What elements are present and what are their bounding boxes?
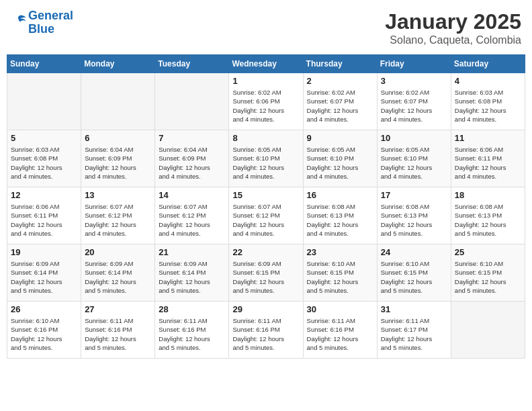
calendar-cell: [155, 73, 229, 130]
calendar-cell: 29Sunrise: 6:11 AM Sunset: 6:16 PM Dayli…: [229, 302, 303, 359]
day-number: 7: [159, 133, 225, 143]
calendar-cell: 2Sunrise: 6:02 AM Sunset: 6:07 PM Daylig…: [303, 73, 377, 130]
calendar-cell: 7Sunrise: 6:04 AM Sunset: 6:09 PM Daylig…: [155, 130, 229, 187]
calendar-cell: [7, 73, 81, 130]
logo-line2: Blue: [28, 23, 73, 36]
day-number: 5: [11, 133, 77, 143]
day-number: 28: [159, 304, 225, 314]
day-info: Sunrise: 6:10 AM Sunset: 6:15 PM Dayligh…: [381, 259, 447, 295]
calendar-week-row: 12Sunrise: 6:06 AM Sunset: 6:11 PM Dayli…: [7, 187, 525, 244]
day-number: 8: [232, 133, 299, 143]
calendar-cell: 18Sunrise: 6:08 AM Sunset: 6:13 PM Dayli…: [451, 187, 525, 244]
calendar-cell: 13Sunrise: 6:07 AM Sunset: 6:12 PM Dayli…: [81, 187, 155, 244]
day-number: 4: [455, 76, 521, 86]
day-info: Sunrise: 6:06 AM Sunset: 6:11 PM Dayligh…: [11, 202, 77, 238]
day-number: 2: [307, 76, 373, 86]
day-number: 18: [455, 190, 521, 200]
weekday-header: Tuesday: [155, 55, 229, 73]
day-number: 14: [159, 190, 225, 200]
day-number: 23: [307, 247, 373, 257]
day-info: Sunrise: 6:02 AM Sunset: 6:07 PM Dayligh…: [307, 88, 373, 124]
day-info: Sunrise: 6:04 AM Sunset: 6:09 PM Dayligh…: [159, 145, 225, 181]
calendar-cell: 30Sunrise: 6:11 AM Sunset: 6:16 PM Dayli…: [303, 302, 377, 359]
calendar-cell: 22Sunrise: 6:09 AM Sunset: 6:15 PM Dayli…: [229, 244, 303, 302]
day-info: Sunrise: 6:09 AM Sunset: 6:14 PM Dayligh…: [11, 259, 77, 295]
day-info: Sunrise: 6:05 AM Sunset: 6:10 PM Dayligh…: [381, 145, 447, 181]
calendar-cell: 14Sunrise: 6:07 AM Sunset: 6:12 PM Dayli…: [155, 187, 229, 244]
title-section: January 2025 Solano, Caqueta, Colombia: [385, 9, 521, 46]
weekday-header: Sunday: [7, 55, 81, 73]
calendar-cell: 24Sunrise: 6:10 AM Sunset: 6:15 PM Dayli…: [377, 244, 451, 302]
day-number: 1: [232, 76, 299, 86]
day-info: Sunrise: 6:04 AM Sunset: 6:09 PM Dayligh…: [85, 145, 151, 181]
day-info: Sunrise: 6:02 AM Sunset: 6:06 PM Dayligh…: [232, 88, 299, 124]
day-info: Sunrise: 6:10 AM Sunset: 6:16 PM Dayligh…: [11, 316, 77, 352]
calendar-cell: 16Sunrise: 6:08 AM Sunset: 6:13 PM Dayli…: [303, 187, 377, 244]
calendar-cell: 23Sunrise: 6:10 AM Sunset: 6:15 PM Dayli…: [303, 244, 377, 302]
weekday-header-row: SundayMondayTuesdayWednesdayThursdayFrid…: [7, 55, 525, 73]
calendar-cell: 3Sunrise: 6:02 AM Sunset: 6:07 PM Daylig…: [377, 73, 451, 130]
day-info: Sunrise: 6:11 AM Sunset: 6:16 PM Dayligh…: [232, 316, 299, 352]
location-subtitle: Solano, Caqueta, Colombia: [385, 34, 521, 46]
day-number: 9: [307, 133, 373, 143]
calendar-cell: 11Sunrise: 6:06 AM Sunset: 6:11 PM Dayli…: [451, 130, 525, 187]
calendar-cell: 19Sunrise: 6:09 AM Sunset: 6:14 PM Dayli…: [7, 244, 81, 302]
calendar-week-row: 1Sunrise: 6:02 AM Sunset: 6:06 PM Daylig…: [7, 73, 525, 130]
calendar-cell: 21Sunrise: 6:09 AM Sunset: 6:14 PM Dayli…: [155, 244, 229, 302]
calendar-table: SundayMondayTuesdayWednesdayThursdayFrid…: [7, 54, 525, 359]
day-info: Sunrise: 6:07 AM Sunset: 6:12 PM Dayligh…: [159, 202, 225, 238]
day-info: Sunrise: 6:11 AM Sunset: 6:16 PM Dayligh…: [307, 316, 373, 352]
day-number: 22: [232, 247, 299, 257]
weekday-header: Wednesday: [229, 55, 303, 73]
day-number: 11: [455, 133, 521, 143]
calendar-cell: 15Sunrise: 6:07 AM Sunset: 6:12 PM Dayli…: [229, 187, 303, 244]
day-number: 13: [85, 190, 151, 200]
calendar-cell: [81, 73, 155, 130]
day-number: 30: [307, 304, 373, 314]
calendar-cell: 28Sunrise: 6:11 AM Sunset: 6:16 PM Dayli…: [155, 302, 229, 359]
day-number: 19: [11, 247, 77, 257]
calendar-cell: 26Sunrise: 6:10 AM Sunset: 6:16 PM Dayli…: [7, 302, 81, 359]
day-info: Sunrise: 6:08 AM Sunset: 6:13 PM Dayligh…: [307, 202, 373, 238]
calendar-week-row: 26Sunrise: 6:10 AM Sunset: 6:16 PM Dayli…: [7, 302, 525, 359]
day-number: 31: [381, 304, 447, 314]
calendar-cell: 1Sunrise: 6:02 AM Sunset: 6:06 PM Daylig…: [229, 73, 303, 130]
logo: General Blue: [11, 9, 73, 36]
logo-line1: General: [28, 9, 73, 23]
calendar-cell: 5Sunrise: 6:03 AM Sunset: 6:08 PM Daylig…: [7, 130, 81, 187]
day-info: Sunrise: 6:07 AM Sunset: 6:12 PM Dayligh…: [85, 202, 151, 238]
calendar-cell: [451, 302, 525, 359]
weekday-header: Saturday: [451, 55, 525, 73]
calendar-cell: 8Sunrise: 6:05 AM Sunset: 6:10 PM Daylig…: [229, 130, 303, 187]
day-info: Sunrise: 6:11 AM Sunset: 6:17 PM Dayligh…: [381, 316, 447, 352]
day-number: 12: [11, 190, 77, 200]
day-number: 6: [85, 133, 151, 143]
calendar-cell: 6Sunrise: 6:04 AM Sunset: 6:09 PM Daylig…: [81, 130, 155, 187]
calendar-cell: 10Sunrise: 6:05 AM Sunset: 6:10 PM Dayli…: [377, 130, 451, 187]
day-number: 20: [85, 247, 151, 257]
day-info: Sunrise: 6:11 AM Sunset: 6:16 PM Dayligh…: [159, 316, 225, 352]
weekday-header: Thursday: [303, 55, 377, 73]
day-number: 26: [11, 304, 77, 314]
day-number: 29: [232, 304, 299, 314]
day-number: 15: [232, 190, 299, 200]
calendar-week-row: 5Sunrise: 6:03 AM Sunset: 6:08 PM Daylig…: [7, 130, 525, 187]
calendar-cell: 27Sunrise: 6:11 AM Sunset: 6:16 PM Dayli…: [81, 302, 155, 359]
day-info: Sunrise: 6:08 AM Sunset: 6:13 PM Dayligh…: [455, 202, 521, 238]
calendar-cell: 4Sunrise: 6:03 AM Sunset: 6:08 PM Daylig…: [451, 73, 525, 130]
calendar-cell: 17Sunrise: 6:08 AM Sunset: 6:13 PM Dayli…: [377, 187, 451, 244]
day-info: Sunrise: 6:05 AM Sunset: 6:10 PM Dayligh…: [232, 145, 299, 181]
day-info: Sunrise: 6:09 AM Sunset: 6:14 PM Dayligh…: [85, 259, 151, 295]
day-info: Sunrise: 6:09 AM Sunset: 6:14 PM Dayligh…: [159, 259, 225, 295]
day-number: 10: [381, 133, 447, 143]
calendar-cell: 9Sunrise: 6:05 AM Sunset: 6:10 PM Daylig…: [303, 130, 377, 187]
calendar-cell: 25Sunrise: 6:10 AM Sunset: 6:15 PM Dayli…: [451, 244, 525, 302]
day-info: Sunrise: 6:08 AM Sunset: 6:13 PM Dayligh…: [381, 202, 447, 238]
day-number: 24: [381, 247, 447, 257]
day-number: 27: [85, 304, 151, 314]
day-number: 16: [307, 190, 373, 200]
day-number: 21: [159, 247, 225, 257]
calendar-cell: 12Sunrise: 6:06 AM Sunset: 6:11 PM Dayli…: [7, 187, 81, 244]
day-info: Sunrise: 6:09 AM Sunset: 6:15 PM Dayligh…: [232, 259, 299, 295]
day-info: Sunrise: 6:10 AM Sunset: 6:15 PM Dayligh…: [307, 259, 373, 295]
